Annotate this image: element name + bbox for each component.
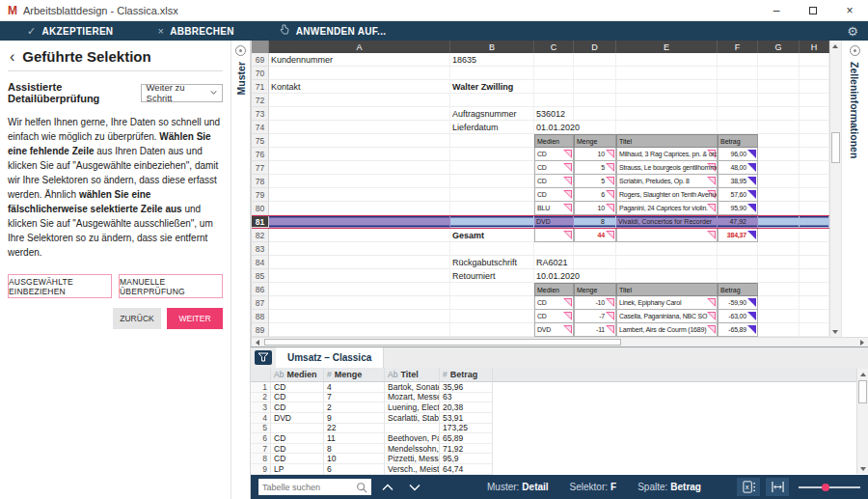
grid-cell-H87[interactable] <box>800 296 829 310</box>
grid-cell-H79[interactable] <box>800 188 829 202</box>
column-header-D[interactable]: D <box>574 41 616 53</box>
grid-cell-B79[interactable] <box>450 188 534 202</box>
grid-cell-F72[interactable] <box>718 94 758 107</box>
table-vertical-scrollbar[interactable] <box>856 369 868 474</box>
selector-flag-purple-icon[interactable] <box>747 177 756 185</box>
table-cell[interactable]: 53,91 <box>440 413 493 424</box>
grid-cell-H85[interactable] <box>800 269 829 283</box>
table-cell[interactable]: Versch., Meisterwerk... <box>385 464 440 475</box>
selector-flag-pink-icon[interactable] <box>563 177 572 185</box>
tab-muster[interactable]: Muster <box>235 62 247 95</box>
grid-cell-A82[interactable] <box>269 229 450 242</box>
grid-cell-C73[interactable]: 536012 <box>534 107 574 121</box>
grid-row[interactable]: 88CD-7Casella, Paganiniana, NBC SO-63,00 <box>252 310 829 323</box>
grid-cell-G87[interactable] <box>758 296 800 310</box>
grid-cell-G82[interactable] <box>758 229 800 242</box>
include-selected-button[interactable]: AUSGEWÄHLTE EINBEZIEHEN <box>8 274 112 298</box>
grid-cell-G79[interactable] <box>758 188 800 202</box>
grid-cell-A70[interactable] <box>269 67 450 80</box>
grid-cell-E78[interactable]: Scriabin, Preludes, Op. 8 <box>616 175 718 188</box>
grid-row[interactable]: 71KontaktWalter Zwilling <box>252 80 829 94</box>
grid-cell-B86[interactable] <box>450 283 534 296</box>
table-row[interactable]: 7CD8Mendelssohn, War M...71,92 <box>251 444 868 455</box>
tab-zelleninformationen[interactable]: Zelleninformationen <box>849 62 860 158</box>
table-row-number[interactable]: 4 <box>251 413 271 424</box>
row-header[interactable]: 83 <box>252 242 269 256</box>
grid-cell-D77[interactable]: 5 <box>574 161 616 175</box>
row-header[interactable]: 72 <box>252 94 269 107</box>
row-header[interactable]: 75 <box>252 134 269 148</box>
table-row[interactable]: 1CD4Bartok, Sonate für So...35,96 <box>251 382 868 393</box>
selector-flag-pink-icon[interactable] <box>606 298 614 307</box>
table-cell[interactable] <box>385 424 440 434</box>
table-cell[interactable]: 63 <box>440 393 493 403</box>
table-cell[interactable]: Bartok, Sonate für So... <box>385 382 440 393</box>
grid-cell-C76[interactable]: CD <box>534 148 574 161</box>
grid-cell-G71[interactable] <box>758 80 800 94</box>
grid-cell-A71[interactable]: Kontakt <box>269 80 450 94</box>
selector-flag-pink-icon[interactable] <box>563 325 572 334</box>
grid-cell-B78[interactable] <box>450 175 534 188</box>
grid-cell-D84[interactable] <box>574 256 616 269</box>
grid-cell-C77[interactable]: CD <box>534 161 574 175</box>
grid-cell-A89[interactable] <box>269 323 450 337</box>
grid-cell-D80[interactable]: 10 <box>574 202 616 215</box>
grid-row-selected[interactable]: 81DVD8Vivaldi, Concertos for Recorder47,… <box>252 215 829 229</box>
grid-cell-B85[interactable]: Retourniert <box>450 269 534 283</box>
grid-cell-C75[interactable]: Medien <box>534 134 574 148</box>
column-header-E[interactable]: E <box>616 41 718 53</box>
search-input[interactable] <box>262 483 356 492</box>
grid-cell-C70[interactable] <box>534 67 574 80</box>
table-cell[interactable]: CD <box>271 382 324 393</box>
zoom-slider[interactable] <box>799 478 860 496</box>
grid-cell-B84[interactable]: Rückgabutschrift <box>450 256 534 269</box>
table-cell[interactable]: CD <box>271 393 324 403</box>
grid-cell-A85[interactable] <box>269 269 450 283</box>
grid-cell-F77[interactable]: 48,00 <box>718 161 758 175</box>
grid-cell-D72[interactable] <box>574 94 616 107</box>
row-header[interactable]: 73 <box>252 107 269 121</box>
selector-flag-pink-icon[interactable] <box>563 150 572 158</box>
selector-flag-pink-icon[interactable] <box>707 231 716 239</box>
scroll-down-icon[interactable] <box>857 463 868 474</box>
tab-umsatz-classica[interactable]: Umsatz – Classica <box>276 347 384 368</box>
grid-cell-G81[interactable] <box>758 216 800 228</box>
selector-flag-pink-icon[interactable] <box>563 298 572 307</box>
grid-cell-E83[interactable] <box>616 242 718 256</box>
grid-cell-E69[interactable] <box>616 53 718 67</box>
selector-flag-pink-icon[interactable] <box>707 204 716 212</box>
table-vscroll-thumb[interactable] <box>858 380 867 403</box>
row-header[interactable]: 87 <box>252 296 269 310</box>
back-button[interactable]: ZURÜCK <box>113 308 161 329</box>
grid-cell-F74[interactable] <box>718 121 758 134</box>
grid-cell-C83[interactable] <box>534 242 574 256</box>
grid-cell-E82[interactable] <box>616 229 718 242</box>
row-header[interactable]: 81 <box>252 216 269 228</box>
grid-cell-D71[interactable] <box>574 80 616 94</box>
grid-cell-D78[interactable]: 5 <box>574 175 616 188</box>
grid-cell-G86[interactable] <box>758 283 800 296</box>
grid-cell-C86[interactable]: Medien <box>534 283 574 296</box>
grid-cell-F70[interactable] <box>718 67 758 80</box>
row-header[interactable]: 78 <box>252 175 269 188</box>
vscroll-thumb[interactable] <box>831 132 840 163</box>
grid-cell-B71[interactable]: Walter Zwilling <box>450 80 534 94</box>
selector-flag-purple-icon[interactable] <box>747 190 756 199</box>
grid-cell-F71[interactable] <box>718 80 758 94</box>
table-cell[interactable]: 8 <box>324 444 385 455</box>
grid-cell-E75[interactable]: Titel <box>616 134 718 148</box>
grid-row[interactable]: 72 <box>252 94 829 107</box>
grid-cell-D89[interactable]: -11 <box>574 323 616 337</box>
grid-cell-G85[interactable] <box>758 269 800 283</box>
selector-flag-pink-icon[interactable] <box>606 163 614 172</box>
minimize-button[interactable]: – <box>758 0 795 20</box>
grid-cell-C80[interactable]: BLU <box>534 202 574 215</box>
table-header-titel[interactable]: AbTitel <box>385 368 440 381</box>
table-filter-icon[interactable] <box>251 347 276 368</box>
grid-cell-E76[interactable]: Milhaud, 3 Rag Caprices, pn. & orch. <box>616 148 718 161</box>
selector-flag-pink-icon[interactable] <box>563 163 572 172</box>
scroll-down-icon[interactable] <box>830 326 841 337</box>
row-header[interactable]: 85 <box>252 269 269 283</box>
scroll-left-icon[interactable] <box>252 338 263 347</box>
selector-flag-purple-icon[interactable] <box>747 231 756 239</box>
